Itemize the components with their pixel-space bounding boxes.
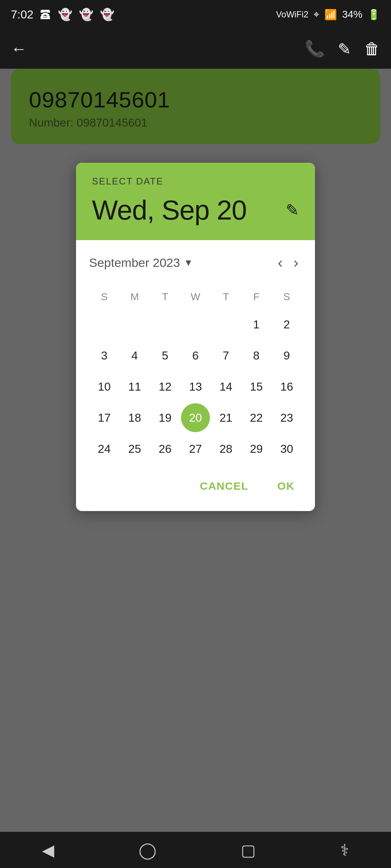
delete-icon[interactable]: 🗑 [364, 40, 380, 58]
cal-day-22[interactable]: 22 [242, 403, 271, 432]
cal-day-19[interactable]: 19 [151, 403, 180, 432]
wifi-icon: ⌖ [314, 9, 319, 21]
day-header-mon: M [119, 288, 150, 306]
cal-day-25[interactable]: 25 [120, 434, 149, 463]
cancel-button[interactable]: CANCEL [193, 474, 256, 498]
cal-day-28[interactable]: 28 [211, 434, 240, 463]
cal-day-5[interactable]: 5 [151, 341, 180, 370]
selected-date-text: Wed, Sep 20 [92, 194, 247, 226]
recents-nav-icon[interactable]: ▢ [241, 841, 256, 859]
battery-icon: 🔋 [367, 9, 380, 21]
cal-day-26[interactable]: 26 [151, 434, 180, 463]
dialog-actions: CANCEL OK [76, 463, 315, 511]
cal-day-18[interactable]: 18 [120, 403, 149, 432]
cal-day-9[interactable]: 9 [272, 341, 301, 370]
cal-day-13[interactable]: 13 [181, 372, 210, 401]
status-left: 7:02 🕿 👻 👻 👻 [11, 8, 114, 21]
call-icon[interactable]: 📞 [305, 39, 325, 58]
cal-day-12[interactable]: 12 [151, 372, 180, 401]
cal-day-15[interactable]: 15 [242, 372, 271, 401]
calendar-body: September 2023 ▼ ‹ › S M T W [76, 240, 315, 463]
day-header-wed: W [180, 288, 211, 306]
cal-day-23[interactable]: 23 [272, 403, 301, 432]
cal-day-empty [90, 310, 119, 339]
cal-day-30[interactable]: 30 [272, 434, 301, 463]
cal-day-16[interactable]: 16 [272, 372, 301, 401]
cal-day-empty [120, 310, 149, 339]
edit-date-icon[interactable]: ✎ [286, 201, 299, 219]
whatsapp-icon: 🕿 [40, 8, 51, 21]
toolbar-left: ← [11, 40, 27, 58]
cal-day-3[interactable]: 3 [90, 341, 119, 370]
cal-day-21[interactable]: 21 [211, 403, 240, 432]
prev-month-button[interactable]: ‹ [274, 251, 286, 275]
wifi-label: VoWiFi2 [276, 9, 308, 20]
home-nav-icon[interactable]: ◯ [139, 841, 156, 859]
background-content: 09870145601 Number: 09870145601 SELECT D… [0, 69, 391, 832]
cal-day-7[interactable]: 7 [211, 341, 240, 370]
edit-contact-icon[interactable]: ✎ [338, 40, 351, 58]
snapchat-icon: 👻 [58, 8, 72, 21]
cal-day-empty [181, 310, 210, 339]
cal-day-17[interactable]: 17 [90, 403, 119, 432]
status-right: VoWiFi2 ⌖ 📶 34% 🔋 [276, 9, 380, 21]
date-picker-dialog: SELECT DATE Wed, Sep 20 ✎ September 2023… [76, 163, 315, 511]
day-header-tue: T [150, 288, 180, 306]
time-display: 7:02 [11, 8, 33, 21]
nav-arrows: ‹ › [274, 251, 302, 275]
month-year-selector[interactable]: September 2023 ▼ [89, 256, 193, 270]
cal-day-6[interactable]: 6 [181, 341, 210, 370]
cal-day-2[interactable]: 2 [272, 310, 301, 339]
cal-day-10[interactable]: 10 [90, 372, 119, 401]
cal-day-27[interactable]: 27 [181, 434, 210, 463]
signal-icon: 📶 [324, 9, 337, 21]
next-month-button[interactable]: › [290, 251, 302, 275]
day-header-fri: F [241, 288, 272, 306]
select-date-label: SELECT DATE [92, 176, 299, 187]
snapchat-icon2: 👻 [79, 8, 93, 21]
bottom-nav-bar: ◀ ◯ ▢ ⚕ [0, 832, 391, 868]
date-display-row: Wed, Sep 20 ✎ [92, 194, 299, 226]
month-nav: September 2023 ▼ ‹ › [89, 251, 302, 275]
day-header-thu: T [211, 288, 241, 306]
calendar-grid: S M T W T F S [89, 288, 302, 463]
back-nav-icon[interactable]: ◀ [42, 841, 54, 859]
status-bar: 7:02 🕿 👻 👻 👻 VoWiFi2 ⌖ 📶 34% 🔋 [0, 0, 391, 29]
accessibility-nav-icon[interactable]: ⚕ [340, 841, 349, 859]
toolbar-right: 📞 ✎ 🗑 [305, 39, 380, 58]
back-button[interactable]: ← [11, 40, 27, 58]
app-toolbar: ← 📞 ✎ 🗑 [0, 29, 391, 69]
cal-day-24[interactable]: 24 [90, 434, 119, 463]
dropdown-arrow-icon: ▼ [184, 257, 193, 268]
cal-day-14[interactable]: 14 [211, 372, 240, 401]
dialog-header: SELECT DATE Wed, Sep 20 ✎ [76, 163, 315, 240]
cal-day-11[interactable]: 11 [120, 372, 149, 401]
cal-day-empty [151, 310, 180, 339]
day-header-sat: S [272, 288, 302, 306]
ok-button[interactable]: OK [270, 474, 302, 498]
battery-label: 34% [342, 9, 362, 20]
month-year-label: September 2023 [89, 256, 180, 270]
cal-day-empty [211, 310, 240, 339]
snapchat-icon3: 👻 [100, 8, 114, 21]
cal-day-20-selected[interactable]: 20 [181, 403, 210, 432]
cal-day-8[interactable]: 8 [242, 341, 271, 370]
cal-day-4[interactable]: 4 [120, 341, 149, 370]
cal-day-1[interactable]: 1 [242, 310, 271, 339]
calendar-days: 1 2 3 4 5 6 7 8 9 10 11 12 1 [89, 310, 302, 463]
day-header-sun: S [89, 288, 119, 306]
cal-day-29[interactable]: 29 [242, 434, 271, 463]
day-headers: S M T W T F S [89, 288, 302, 306]
dialog-wrapper: SELECT DATE Wed, Sep 20 ✎ September 2023… [0, 69, 391, 832]
